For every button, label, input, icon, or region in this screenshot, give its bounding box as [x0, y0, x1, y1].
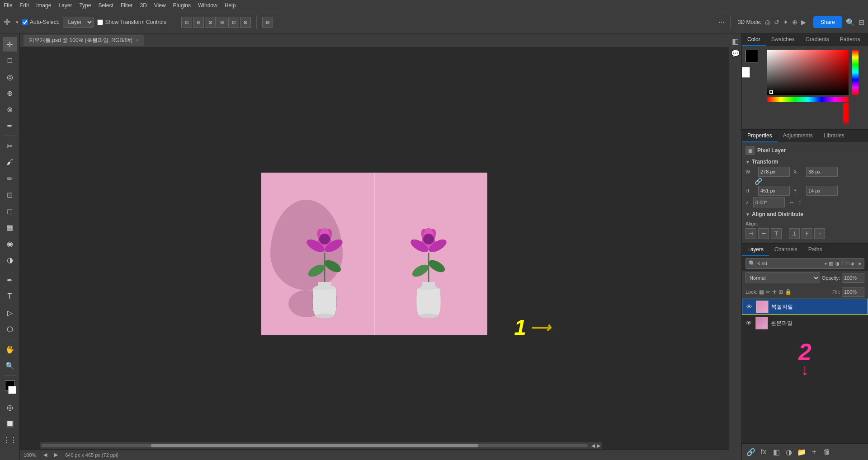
tab-paths[interactable]: Paths — [803, 244, 828, 256]
history-brush-tool[interactable]: ⊡ — [3, 188, 17, 202]
3d-icon-5[interactable]: ▶ — [801, 19, 806, 26]
marquee-tool[interactable]: □ — [3, 53, 17, 68]
dodge-tool[interactable]: ◑ — [3, 253, 17, 267]
lock-pixel-icon[interactable]: ✏ — [766, 289, 770, 295]
path-select-tool[interactable]: ▷ — [3, 305, 17, 320]
crop-tool[interactable]: ⊗ — [3, 102, 17, 117]
horizontal-scrollbar[interactable] — [42, 444, 588, 447]
3d-icon-4[interactable]: ⊕ — [792, 19, 797, 26]
align-bottom-btn[interactable]: ⊠ — [240, 17, 251, 28]
chat-icon[interactable]: 💬 — [731, 49, 740, 58]
quick-select-tool[interactable]: ⊕ — [3, 86, 17, 100]
bg-color-swatch[interactable] — [741, 67, 750, 78]
hue-slider[interactable] — [767, 97, 849, 102]
x-input[interactable] — [806, 167, 838, 177]
pen-tool[interactable]: ✒ — [3, 273, 17, 287]
filter-adjust-icon[interactable]: ◑ — [835, 261, 840, 267]
tab-layers[interactable]: Layers — [742, 244, 769, 256]
link-lock-icon[interactable]: 🔗 — [755, 178, 762, 185]
lock-artboard-icon[interactable]: ⊞ — [778, 289, 783, 295]
eyedropper-tool[interactable]: ✒ — [3, 118, 17, 133]
align-section-header[interactable]: ▼ Align and Distribute — [745, 211, 864, 217]
menu-item-help[interactable]: Help — [225, 2, 236, 9]
menu-item-3d[interactable]: 3D — [140, 2, 146, 9]
align-middle-btn[interactable]: ⊡ — [228, 17, 239, 28]
properties-panel-icon[interactable]: ◧ — [732, 37, 739, 46]
align-v-center-btn[interactable]: ⊦ — [802, 228, 812, 239]
3d-icon-2[interactable]: ↺ — [774, 19, 779, 26]
add-style-btn[interactable]: fx — [758, 446, 769, 457]
delete-layer-btn[interactable]: 🗑 — [821, 446, 832, 457]
healing-brush-tool[interactable]: ✂ — [3, 139, 17, 153]
fg-color-swatch[interactable] — [745, 50, 758, 62]
hue-strip-vertical[interactable] — [852, 50, 859, 95]
align-left-btn[interactable]: ⊡ — [181, 17, 192, 28]
align-right-edge-btn[interactable]: ⊤ — [771, 228, 782, 239]
quick-mask-btn[interactable]: ◎ — [3, 400, 17, 414]
tab-gradients[interactable]: Gradients — [800, 33, 835, 46]
add-mask-btn[interactable]: ◧ — [771, 446, 782, 457]
color-picker-gradient[interactable] — [767, 50, 849, 95]
angle-input[interactable] — [753, 197, 785, 207]
filter-toggle[interactable]: ● — [858, 261, 861, 266]
scrollbar-thumb[interactable] — [151, 444, 479, 447]
move-tool[interactable]: ✛ — [3, 37, 17, 52]
menu-item-layer[interactable]: Layer — [58, 2, 72, 9]
3d-icon-3[interactable]: ✦ — [783, 19, 788, 26]
tab-swatches[interactable]: Swatches — [766, 33, 800, 46]
brush-tool[interactable]: 🖌 — [3, 155, 17, 169]
menu-item-edit[interactable]: Edit — [19, 2, 29, 9]
align-left-edge-btn[interactable]: ⊣ — [745, 228, 756, 239]
lasso-tool[interactable]: ◎ — [3, 70, 17, 84]
gradient-tool[interactable]: ▦ — [3, 220, 17, 235]
distribute-btn[interactable]: ⊟ — [262, 17, 273, 28]
layer-type-select[interactable]: Layer Group — [63, 17, 94, 28]
link-layers-btn[interactable]: 🔗 — [745, 446, 756, 457]
lock-position-icon[interactable]: ✛ — [772, 289, 777, 295]
scroll-arrow-left[interactable]: ◀ — [591, 443, 595, 449]
y-input[interactable] — [806, 186, 838, 196]
share-button[interactable]: Share — [813, 16, 842, 28]
tab-adjustments[interactable]: Adjustments — [778, 130, 818, 142]
search-icon[interactable]: 🔍 — [846, 18, 855, 27]
text-tool[interactable]: T — [3, 289, 17, 304]
fill-input[interactable] — [842, 287, 864, 297]
menu-item-plugins[interactable]: Plugins — [173, 2, 191, 9]
filter-shape-icon[interactable]: □ — [846, 261, 849, 266]
layer-visibility-2[interactable]: 👁 — [745, 319, 753, 327]
menu-item-file[interactable]: File — [4, 2, 12, 9]
layer-visibility-1[interactable]: 👁 — [746, 303, 753, 310]
opacity-input[interactable] — [842, 273, 864, 283]
layer-item-bokbol[interactable]: 👁 복볼파일 — [742, 299, 868, 315]
align-center-btn[interactable]: ⊟ — [193, 17, 204, 28]
new-layer-btn[interactable]: + — [809, 446, 820, 457]
blur-tool[interactable]: ◉ — [3, 236, 17, 251]
filter-type-icon[interactable]: T — [841, 261, 844, 266]
3d-icon-1[interactable]: ◎ — [765, 19, 770, 26]
tab-properties[interactable]: Properties — [742, 130, 778, 142]
tab-channels[interactable]: Channels — [769, 244, 803, 256]
extras-btn[interactable]: ⋮⋮ — [3, 432, 17, 447]
menu-item-type[interactable]: Type — [79, 2, 91, 9]
menu-item-filter[interactable]: Filter — [121, 2, 133, 9]
transform-section-header[interactable]: ▼ Transform — [745, 159, 864, 165]
shape-tool[interactable]: ⬡ — [3, 322, 17, 336]
lock-all-icon[interactable]: 🔒 — [785, 289, 792, 295]
menu-item-image[interactable]: Image — [36, 2, 51, 9]
align-h-center-btn[interactable]: ⊢ — [758, 228, 769, 239]
hand-tool[interactable]: 🖐 — [3, 342, 17, 357]
tab-color[interactable]: Color — [742, 33, 766, 46]
auto-select-checkbox[interactable] — [22, 19, 28, 25]
background-color[interactable] — [8, 386, 16, 394]
canvas-arrow-left[interactable]: ◀ — [43, 452, 47, 458]
canvas-arrow-right[interactable]: ▶ — [54, 452, 58, 458]
clone-stamp-tool[interactable]: ✏ — [3, 171, 17, 186]
align-right-btn[interactable]: ⊠ — [205, 17, 216, 28]
filter-smart-icon[interactable]: ◈ — [851, 261, 854, 267]
layer-item-wonbon[interactable]: 👁 원본파일 — [742, 315, 868, 331]
menu-item-select[interactable]: Select — [98, 2, 113, 9]
new-adjustment-btn[interactable]: ◑ — [783, 446, 794, 457]
lock-transparent-icon[interactable]: ▦ — [759, 289, 764, 295]
more-btn[interactable]: ··· — [719, 18, 725, 26]
align-top-btn[interactable]: ⊞ — [217, 17, 227, 28]
